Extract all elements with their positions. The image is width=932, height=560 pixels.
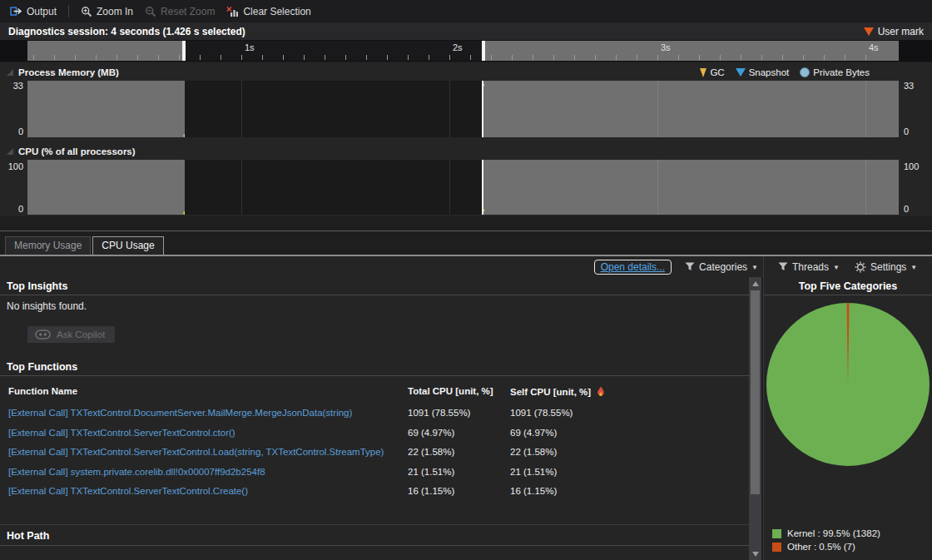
function-name-link[interactable]: [External Call] TXTextControl.ServerText… bbox=[8, 486, 248, 496]
self-cpu-value: 16 (1.15%) bbox=[510, 486, 557, 496]
top-insights-heading: Top Insights bbox=[0, 278, 749, 295]
legend-swatch bbox=[772, 543, 781, 552]
table-row: [External Call] TXTextControl.ServerText… bbox=[0, 482, 749, 502]
pie-legend-item: Other : 0.5% (7) bbox=[772, 542, 880, 552]
self-cpu-value: 69 (4.97%) bbox=[510, 428, 557, 438]
clear-selection-label: Clear Selection bbox=[243, 6, 310, 17]
flame-icon bbox=[596, 386, 606, 398]
table-row: [External Call] TXTextControl.ServerText… bbox=[0, 424, 749, 444]
chevron-down-icon: ▼ bbox=[751, 264, 758, 271]
scrollbar-thumb[interactable] bbox=[751, 290, 760, 494]
swimlane-graphs: Process Memory (MB) GC Snapshot Private … bbox=[0, 62, 932, 216]
clear-selection-button[interactable]: Clear Selection bbox=[223, 4, 314, 19]
legend-private-bytes: Private Bytes bbox=[800, 67, 870, 77]
function-name-link[interactable]: [External Call] TXTextControl.DocumentSe… bbox=[8, 408, 352, 418]
ask-copilot-label: Ask Copilot bbox=[57, 330, 105, 339]
threads-dropdown[interactable]: Threads ▼ bbox=[778, 261, 840, 273]
settings-dropdown[interactable]: Settings ▼ bbox=[855, 261, 917, 273]
reset-zoom-button[interactable]: Reset Zoom bbox=[141, 4, 218, 19]
ruler-tick-label: 3s bbox=[661, 42, 671, 52]
memory-chart-selection bbox=[185, 81, 483, 137]
self-cpu-value: 21 (1.51%) bbox=[510, 467, 557, 477]
legend-snapshot: Snapshot bbox=[736, 67, 790, 77]
diagnostics-window: Output Zoom In Reset Zoom bbox=[0, 0, 932, 560]
zoom-in-button[interactable]: Zoom In bbox=[77, 4, 136, 19]
vertical-scrollbar[interactable] bbox=[749, 277, 761, 560]
gridline-3s bbox=[657, 81, 658, 137]
selection-end-marker[interactable] bbox=[482, 160, 483, 215]
scrollbar-down-arrow[interactable] bbox=[749, 548, 761, 560]
chevron-down-icon: ▼ bbox=[910, 264, 917, 271]
memory-chart[interactable] bbox=[27, 81, 899, 137]
snapshot-marker-icon bbox=[736, 68, 746, 77]
reset-zoom-label: Reset Zoom bbox=[161, 6, 215, 17]
timeline-ruler[interactable]: 1s2s3s4s bbox=[0, 40, 932, 62]
hot-path-heading: Hot Path bbox=[0, 524, 749, 546]
zoom-in-icon bbox=[81, 6, 92, 17]
ruler-tick-label: 2s bbox=[453, 42, 463, 52]
top-functions-heading: Top Functions bbox=[0, 359, 749, 376]
ask-copilot-button[interactable]: Ask Copilot bbox=[27, 326, 115, 343]
selection-end-marker[interactable] bbox=[482, 81, 483, 137]
scrollbar-up-arrow[interactable] bbox=[749, 277, 761, 290]
chevron-down-icon: ▼ bbox=[833, 264, 840, 271]
ruler-tick-label: 4s bbox=[869, 42, 879, 52]
function-name-link[interactable]: [External Call] TXTextControl.ServerText… bbox=[8, 447, 384, 457]
user-mark-label: User mark bbox=[878, 26, 924, 37]
memory-lane-title: Process Memory (MB) bbox=[18, 67, 119, 77]
main-toolbar: Output Zoom In Reset Zoom bbox=[0, 0, 932, 22]
private-bytes-marker-icon bbox=[800, 67, 810, 77]
gridline-3s bbox=[657, 160, 658, 215]
memory-ymin-right: 0 bbox=[904, 126, 929, 136]
cpu-chart[interactable] bbox=[27, 160, 899, 215]
legend-swatch bbox=[772, 529, 781, 538]
self-cpu-value: 22 (1.58%) bbox=[510, 447, 557, 457]
gridline-2s bbox=[449, 81, 450, 137]
details-toolbar-right: Threads ▼ Settings ▼ bbox=[763, 256, 932, 277]
legend-label: Other : 0.5% (7) bbox=[787, 542, 855, 552]
cpu-ymax-left: 100 bbox=[0, 161, 23, 171]
details-panel: Top Insights No insights found. Ask Copi… bbox=[0, 277, 749, 560]
filter-icon bbox=[778, 262, 788, 271]
total-cpu-value: 16 (1.15%) bbox=[408, 486, 454, 496]
output-button[interactable]: Output bbox=[7, 4, 60, 19]
memory-ymin-left: 0 bbox=[0, 126, 23, 136]
clear-selection-icon bbox=[226, 6, 239, 17]
open-details-link[interactable]: Open details... bbox=[594, 260, 672, 275]
settings-label: Settings bbox=[870, 261, 906, 273]
total-cpu-value: 21 (1.51%) bbox=[408, 467, 454, 477]
copilot-icon bbox=[35, 330, 51, 339]
cpu-lane-title: CPU (% of all processors) bbox=[18, 146, 136, 156]
private-bytes-label: Private Bytes bbox=[813, 67, 870, 77]
tab-cpu-usage[interactable]: CPU Usage bbox=[92, 236, 163, 255]
column-header-total-cpu[interactable]: Total CPU [unit, %] bbox=[408, 386, 493, 396]
gridline-1s bbox=[241, 160, 242, 215]
column-header-self-cpu[interactable]: Self CPU [unit, %] bbox=[510, 386, 606, 398]
table-row: [External Call] TXTextControl.DocumentSe… bbox=[0, 404, 749, 424]
table-row: [External Call] system.private.corelib.d… bbox=[0, 463, 749, 483]
memory-legend: GC Snapshot Private Bytes bbox=[700, 64, 870, 81]
legend-label: Kernel : 99.5% (1382) bbox=[787, 528, 880, 538]
collapse-expander-icon[interactable] bbox=[7, 69, 13, 76]
function-name-link[interactable]: [External Call] system.private.corelib.d… bbox=[8, 467, 265, 477]
session-bar: Diagnostics session: 4 seconds (1.426 s … bbox=[0, 22, 932, 40]
table-row: [External Call] TXTextControl.ServerText… bbox=[0, 443, 749, 463]
column-header-function-name[interactable]: Function Name bbox=[8, 386, 77, 396]
filter-icon bbox=[685, 262, 695, 271]
snapshot-label: Snapshot bbox=[749, 67, 790, 77]
zoom-in-label: Zoom In bbox=[97, 6, 133, 17]
function-name-link[interactable]: [External Call] TXTextControl.ServerText… bbox=[8, 428, 235, 438]
no-insights-message: No insights found. bbox=[7, 300, 87, 312]
categories-dropdown[interactable]: Categories ▼ bbox=[685, 261, 758, 273]
top-functions-table: [External Call] TXTextControl.DocumentSe… bbox=[0, 404, 749, 502]
separator-line bbox=[0, 230, 932, 231]
arrow-up-icon bbox=[752, 281, 759, 286]
tab-memory-usage[interactable]: Memory Usage bbox=[5, 236, 91, 255]
total-cpu-value: 1091 (78.55%) bbox=[408, 408, 470, 418]
arrow-down-icon bbox=[752, 552, 759, 557]
collapse-expander-icon[interactable] bbox=[7, 148, 13, 155]
user-mark-legend: User mark bbox=[864, 26, 924, 37]
pie-svg bbox=[765, 300, 931, 467]
memory-lane-header: Process Memory (MB) GC Snapshot Private … bbox=[0, 64, 932, 81]
total-cpu-value: 22 (1.58%) bbox=[408, 447, 454, 457]
